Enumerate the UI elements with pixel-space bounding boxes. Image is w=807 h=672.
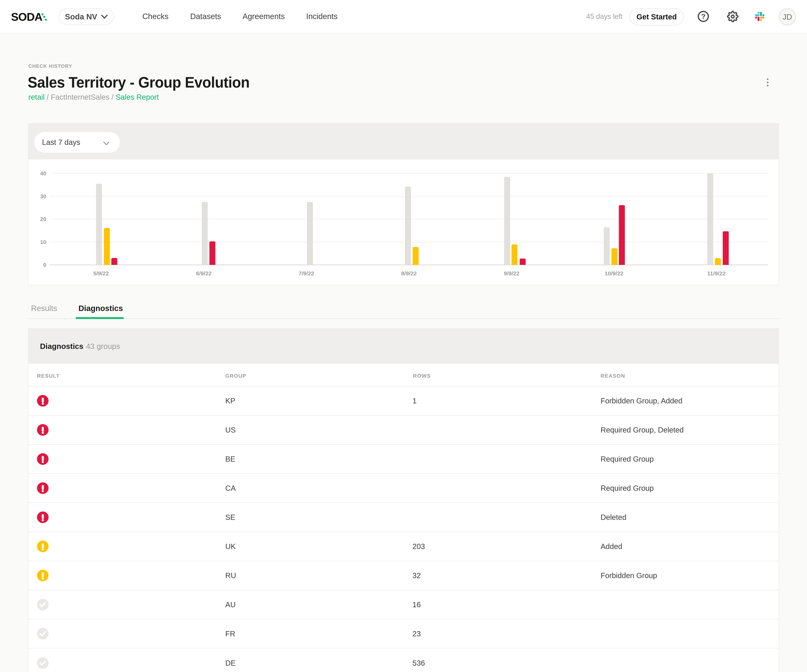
svg-text:?: ?	[701, 13, 706, 20]
svg-text:SODA: SODA	[11, 11, 42, 23]
